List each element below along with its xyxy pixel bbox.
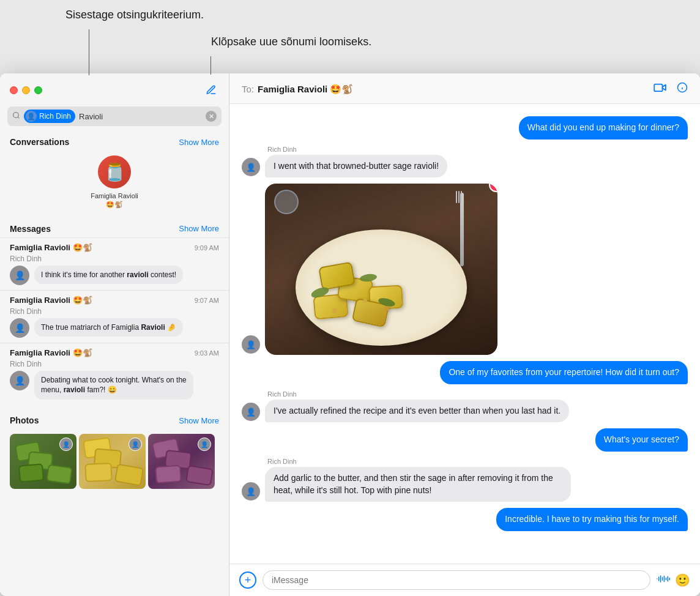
chat-message-row: What did you end up making for dinner? [242,116,688,140]
sidebar-header [0,73,229,104]
message-result-bubble: Debating what to cook tonight. What's on… [34,371,193,400]
chat-sender-avatar: 👤 [242,403,260,421]
video-call-icon[interactable] [653,83,667,95]
search-query: Ravioli [79,112,202,121]
message-result-item[interactable]: Famiglia Ravioli 🤩🐒 9:03 AM Rich Dinh 👤 … [0,343,229,405]
message-result-bubble: The true matriarch of Famiglia Ravioli 🤌 [34,318,183,337]
chat-bubble-outgoing: One of my favorites from your repertoire… [440,361,688,384]
chat-input-bar: + 🙂 [229,564,700,596]
search-contact-avatar: 👤 [26,111,37,122]
svg-rect-2 [654,84,662,92]
photo-overlay-avatar: 👤 [198,438,211,451]
sidebar-content: Conversations Show More 🫙 Famiglia Ravio… [0,132,229,596]
conversation-item[interactable]: 🫙 Famiglia Ravioli 🤩🐒 [0,151,229,214]
search-contact-chip: 👤 Rich Dinh [24,110,75,123]
sender-name: Rich Dinh [265,390,569,398]
message-result-bubble: I think it's time for another ravioli co… [34,266,183,285]
chat-sender-avatar: 👤 [242,482,260,501]
photo-overlay-avatar: 👤 [128,438,142,451]
sidebar: 👤 Rich Dinh Ravioli ✕ Conversations Show… [0,73,229,596]
chat-sender-avatar: 👤 [242,158,260,176]
sender-name: Rich Dinh [265,458,571,465]
chat-title-area: To: Famiglia Ravioli 🤩🐒 [242,84,353,95]
conversations-title: Conversations [10,137,69,147]
chat-message-row: One of my favorites from your repertoire… [242,361,688,384]
message-result-name: Famiglia Ravioli 🤩🐒 [10,296,92,305]
message-result-body: 👤 I think it's time for another ravioli … [10,266,219,285]
message-input[interactable] [262,570,650,590]
chat-panel: To: Famiglia Ravioli 🤩🐒 [229,73,700,596]
chat-message-row: 👤 Rich Dinh I went with that browned-but… [242,146,688,178]
message-result-time: 9:09 AM [195,244,219,251]
message-result-header: Famiglia Ravioli 🤩🐒 9:07 AM [10,296,219,305]
input-right-actions: 🙂 [657,573,690,587]
audio-input-icon[interactable] [657,573,670,587]
conversation-avatar-emoji: 🫙 [104,162,125,182]
chat-bubble-incoming: I went with that browned-butter sage rav… [265,155,447,178]
message-result-body: 👤 The true matriarch of Famiglia Ravioli… [10,318,219,338]
info-icon[interactable] [677,82,688,96]
message-result-avatar: 👤 [10,318,29,338]
chat-bubble-outgoing: Incredible. I have to try making this fo… [496,508,688,531]
message-result-body: 👤 Debating what to cook tonight. What's … [10,371,219,400]
chat-actions [653,82,688,96]
search-icon [12,111,20,121]
search-clear-button[interactable]: ✕ [206,111,217,122]
photos-title: Photos [10,415,39,425]
chat-image-bubble: ❤️ [265,184,497,355]
minimize-button[interactable] [22,86,30,94]
emoji-button[interactable]: 🙂 [675,573,690,587]
photos-show-more-button[interactable]: Show More [179,416,219,425]
chat-bubble-wrap: Rich Dinh I went with that browned-butte… [265,146,447,178]
maximize-button[interactable] [34,86,42,94]
chat-to-label: To: [242,84,254,94]
photo-thumbnail[interactable]: 👤 [79,434,146,489]
chat-bubble-wrap: Rich Dinh Add garlic to the butter, and … [265,458,571,502]
photo-thumbnail[interactable]: 👤 [10,434,76,489]
search-callout-line [89,29,89,75]
ravioli-image [265,184,497,355]
svg-line-1 [18,117,19,118]
app-window: 👤 Rich Dinh Ravioli ✕ Conversations Show… [0,73,700,596]
chat-recipient: Famiglia Ravioli 🤩🐒 [258,84,353,95]
chat-bubble-incoming: I've actually refined the recipe and it'… [265,400,569,423]
chat-bubble-incoming: Add garlic to the butter, and then stir … [265,467,571,502]
search-bar[interactable]: 👤 Rich Dinh Ravioli ✕ [7,106,222,126]
messages-show-more-button[interactable]: Show More [179,224,219,233]
messages-section-header: Messages Show More [0,219,229,237]
compose-callout: Klõpsake uue sõnumi loomiseks. [211,35,371,48]
compose-button[interactable] [203,82,219,98]
chat-bubble-outgoing: What's your secret? [595,428,688,452]
chat-image-wrap: ❤️ [265,184,497,355]
chat-bubble-wrap: Rich Dinh I've actually refined the reci… [265,390,569,423]
search-callout: Sisestage otsingukriteerium. [65,9,204,21]
message-result-time: 9:03 AM [195,349,219,357]
chat-messages: What did you end up making for dinner? 👤… [229,104,700,564]
message-result-avatar: 👤 [10,266,29,285]
message-result-sender-name: Rich Dinh [10,360,42,368]
message-result-sender: Rich Dinh [10,360,219,368]
chat-bubble-outgoing: What did you end up making for dinner? [519,116,688,140]
conversations-show-more-button[interactable]: Show More [179,138,219,147]
chat-message-row: 👤 Rich Dinh Add garlic to the butter, an… [242,458,688,502]
photo-thumbnail[interactable]: 👤 [148,434,215,489]
photos-section-header: Photos Show More [0,411,229,429]
message-result-item[interactable]: Famiglia Ravioli 🤩🐒 9:09 AM Rich Dinh 👤 … [0,237,229,290]
close-button[interactable] [10,86,18,94]
chat-message-row: Incredible. I have to try making this fo… [242,508,688,531]
sender-name: Rich Dinh [265,146,447,153]
message-result-name: Famiglia Ravioli 🤩🐒 [10,243,92,252]
message-result-sender-name: Rich Dinh [10,307,42,316]
svg-point-0 [13,113,19,118]
chat-message-row: What's your secret? [242,428,688,452]
photos-grid: 👤 👤 👤 [0,429,229,494]
messages-title: Messages [10,224,51,234]
message-result-item[interactable]: Famiglia Ravioli 🤩🐒 9:07 AM Rich Dinh 👤 … [0,290,229,343]
conversation-name: Famiglia Ravioli 🤩🐒 [90,192,139,209]
message-result-header: Famiglia Ravioli 🤩🐒 9:09 AM [10,243,219,252]
message-result-header: Famiglia Ravioli 🤩🐒 9:03 AM [10,348,219,357]
message-result-sender-name: Rich Dinh [10,255,42,263]
add-media-button[interactable]: + [239,572,256,589]
message-result-sender: Rich Dinh [10,255,219,263]
chat-message-row: 👤 Rich Dinh I've actually refined the re… [242,390,688,423]
